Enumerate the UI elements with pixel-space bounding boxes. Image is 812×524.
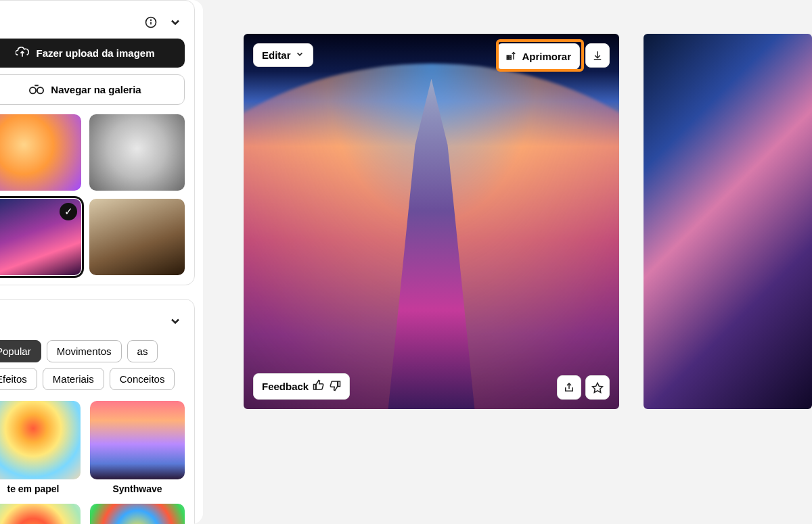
chip-materiais[interactable]: Materiais [43, 368, 104, 390]
upload-label: Fazer upload da imagem [36, 47, 154, 59]
upload-icon [16, 45, 29, 61]
style-label: te em papel [0, 483, 81, 494]
edit-label: Editar [262, 49, 291, 61]
reference-panel-header [0, 10, 185, 39]
style-thumb [90, 401, 185, 480]
check-icon: ✓ [60, 203, 77, 220]
sidebar: Fazer upload da imagem Navegar na galeri… [0, 0, 203, 524]
upload-image-button[interactable]: Fazer upload da imagem [0, 39, 185, 68]
binoculars-icon [29, 82, 44, 97]
style-item[interactable]: Synthwave [90, 401, 185, 495]
svg-marker-16 [593, 383, 603, 392]
style-label: Synthwave [90, 483, 185, 494]
download-button[interactable] [585, 43, 610, 68]
feedback-label: Feedback [262, 381, 309, 392]
info-icon[interactable] [144, 16, 158, 29]
share-button[interactable] [557, 375, 581, 400]
generated-image[interactable]: Editar Aprimorar Feedback [244, 34, 619, 409]
enhance-icon [505, 49, 518, 64]
svg-point-2 [151, 20, 152, 20]
svg-point-5 [37, 87, 43, 93]
style-thumb [90, 504, 185, 524]
main-area: Editar Aprimorar Feedback [203, 0, 812, 524]
svg-rect-9 [510, 58, 511, 59]
style-categories: Popular Movimentos as Efeitos Materiais … [0, 340, 185, 390]
chevron-down-icon [295, 49, 304, 61]
svg-rect-7 [508, 58, 509, 59]
browse-label: Navegar na galeria [51, 84, 141, 95]
reference-thumb-selected[interactable]: ✓ [0, 199, 81, 275]
svg-rect-6 [508, 55, 509, 57]
style-item[interactable]: te em papel [0, 401, 81, 495]
svg-point-4 [30, 87, 36, 93]
generated-image-next[interactable] [644, 34, 812, 409]
thumbs-down-icon[interactable] [329, 379, 341, 394]
svg-rect-8 [510, 55, 511, 57]
browse-gallery-button[interactable]: Navegar na galeria [0, 74, 185, 105]
chip-as[interactable]: as [127, 340, 158, 362]
enhance-button[interactable]: Aprimorar [497, 43, 580, 70]
reference-panel: Fazer upload da imagem Navegar na galeri… [0, 0, 195, 285]
styles-panel-header [0, 309, 185, 337]
chip-movimentos[interactable]: Movimentos [47, 340, 122, 362]
feedback-button[interactable]: Feedback [253, 373, 350, 400]
chip-popular[interactable]: Popular [0, 340, 41, 362]
favorite-button[interactable] [585, 375, 610, 400]
thumbs-up-icon[interactable] [313, 379, 325, 394]
styles-panel: Popular Movimentos as Efeitos Materiais … [0, 299, 195, 524]
style-thumb [0, 504, 81, 524]
style-item[interactable] [0, 504, 81, 524]
svg-rect-14 [338, 381, 340, 387]
chip-conceitos[interactable]: Conceitos [110, 368, 175, 390]
style-grid: te em papel Synthwave [0, 401, 185, 524]
reference-thumb[interactable] [89, 199, 185, 275]
style-thumb [0, 401, 81, 480]
reference-thumb-grid: ✓ [0, 114, 185, 275]
svg-rect-13 [314, 385, 316, 390]
edit-button[interactable]: Editar [253, 43, 313, 67]
reference-thumb[interactable] [0, 114, 81, 191]
chevron-down-icon[interactable] [168, 16, 182, 29]
style-item[interactable] [90, 504, 185, 524]
reference-thumb[interactable] [89, 114, 185, 191]
chip-efeitos[interactable]: Efeitos [0, 368, 37, 390]
enhance-label: Aprimorar [522, 51, 571, 62]
chevron-down-icon[interactable] [168, 314, 182, 328]
